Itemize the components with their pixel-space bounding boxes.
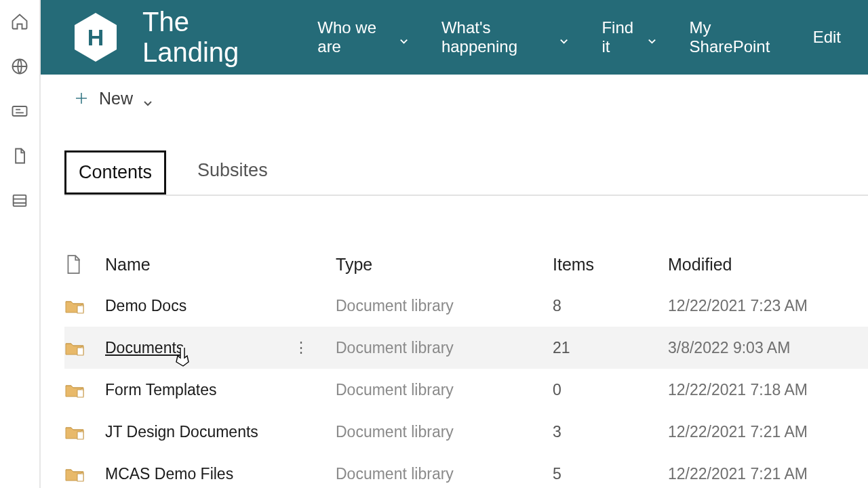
new-button[interactable]: New	[73, 89, 153, 108]
plus-icon	[73, 90, 90, 106]
svg-rect-7	[77, 390, 83, 397]
table-row[interactable]: Demo Docs Document library 8 12/22/2021 …	[64, 285, 868, 327]
row-type: Document library	[336, 297, 553, 315]
svg-rect-8	[77, 432, 83, 439]
chevron-down-icon	[559, 31, 569, 43]
file-type-icon	[64, 254, 82, 274]
row-name[interactable]: Documents	[105, 339, 184, 357]
new-label: New	[99, 89, 133, 108]
row-type: Document library	[336, 423, 553, 441]
row-items: 5	[553, 465, 668, 483]
nav-label: What's happening	[441, 18, 551, 56]
table-row[interactable]: MCAS Demo Files Document library 5 12/22…	[64, 453, 868, 488]
nav-label: My SharePoint	[690, 18, 781, 56]
site-logo[interactable]: H	[73, 12, 118, 63]
row-name[interactable]: Form Templates	[105, 381, 216, 399]
home-icon[interactable]	[10, 12, 29, 31]
document-library-icon	[64, 339, 85, 357]
svg-rect-6	[77, 348, 83, 355]
row-name[interactable]: MCAS Demo Files	[105, 465, 233, 483]
svg-rect-5	[77, 306, 83, 313]
more-actions-icon[interactable]: ⋮	[294, 339, 309, 357]
globe-icon[interactable]	[10, 57, 29, 76]
svg-text:H: H	[87, 24, 104, 50]
col-modified[interactable]: Modified	[668, 255, 851, 274]
nav-find-it[interactable]: Find it	[601, 18, 656, 56]
row-items: 8	[553, 297, 668, 315]
app-rail	[0, 0, 41, 488]
document-library-icon	[64, 381, 85, 399]
document-library-icon	[64, 423, 85, 441]
tab-contents[interactable]: Contents	[64, 150, 166, 195]
table-row[interactable]: Documents ⋮ Document library 21 3/8/2022…	[64, 327, 868, 369]
nav-label: Find it	[601, 18, 638, 56]
row-items: 21	[553, 339, 668, 357]
news-icon[interactable]	[10, 102, 29, 121]
row-items: 0	[553, 381, 668, 399]
table-row[interactable]: Form Templates Document library 0 12/22/…	[64, 369, 868, 411]
table-row[interactable]: JT Design Documents Document library 3 1…	[64, 411, 868, 453]
nav-my-sharepoint[interactable]: My SharePoint	[690, 18, 781, 56]
chevron-down-icon	[399, 31, 409, 43]
row-type: Document library	[336, 339, 553, 357]
chevron-down-icon	[647, 31, 657, 43]
row-name[interactable]: Demo Docs	[105, 297, 186, 315]
nav-edit[interactable]: Edit	[813, 28, 841, 47]
command-bar: New	[41, 75, 868, 122]
table-header: Name Type Items Modified	[64, 244, 868, 285]
col-type[interactable]: Type	[336, 255, 553, 274]
row-modified: 12/22/2021 7:18 AM	[668, 381, 851, 399]
row-modified: 3/8/2022 9:03 AM	[668, 339, 851, 357]
row-type: Document library	[336, 381, 553, 399]
list-icon[interactable]	[10, 191, 29, 210]
nav-label: Edit	[813, 28, 841, 47]
chevron-down-icon	[142, 93, 153, 104]
row-type: Document library	[336, 465, 553, 483]
col-items[interactable]: Items	[553, 255, 668, 274]
row-modified: 12/22/2021 7:21 AM	[668, 423, 851, 441]
document-library-icon	[64, 465, 85, 483]
svg-rect-2	[14, 195, 26, 206]
row-name[interactable]: JT Design Documents	[105, 423, 258, 441]
content-table: Name Type Items Modified Demo Docs Docum…	[64, 244, 868, 488]
nav-who-we-are[interactable]: Who we are	[317, 18, 409, 56]
row-items: 3	[553, 423, 668, 441]
content-tabs: Contents Subsites	[64, 150, 868, 196]
site-title[interactable]: The Landing	[142, 7, 277, 68]
top-nav: Who we are What's happening Find it My S…	[317, 18, 841, 56]
row-modified: 12/22/2021 7:21 AM	[668, 465, 851, 483]
nav-whats-happening[interactable]: What's happening	[441, 18, 570, 56]
svg-rect-1	[13, 106, 27, 116]
nav-label: Who we are	[317, 18, 390, 56]
document-library-icon	[64, 297, 85, 314]
col-name[interactable]: Name	[105, 255, 336, 274]
row-modified: 12/22/2021 7:23 AM	[668, 297, 851, 315]
site-header: H The Landing Who we are What's happenin…	[41, 0, 868, 75]
file-icon[interactable]	[10, 146, 29, 165]
tab-subsites[interactable]: Subsites	[185, 150, 280, 195]
svg-rect-9	[77, 474, 83, 481]
